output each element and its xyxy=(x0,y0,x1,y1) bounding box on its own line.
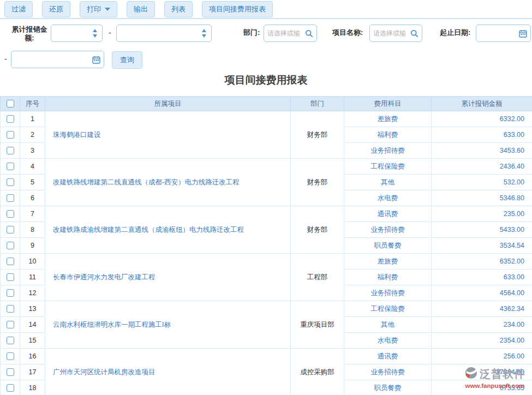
row-checkbox-cell xyxy=(1,143,20,159)
amount-cell: 235.00 xyxy=(432,206,532,222)
row-checkbox[interactable] xyxy=(7,178,14,186)
row-seq: 15 xyxy=(20,333,45,349)
department-search-input[interactable]: 请选择或输 xyxy=(264,25,317,42)
list-button[interactable]: 列表 xyxy=(164,1,193,17)
chevron-down-icon xyxy=(105,8,110,11)
filter-button[interactable]: 过滤 xyxy=(4,1,33,17)
row-seq: 12 xyxy=(20,285,45,301)
amount-range-label: 累计报销金额: xyxy=(9,25,50,43)
expense-category-link[interactable]: 差旅费 xyxy=(344,111,432,127)
select-all-checkbox[interactable] xyxy=(7,100,14,107)
calendar-icon[interactable] xyxy=(519,29,527,38)
date-range-separator: - xyxy=(4,55,7,63)
row-checkbox[interactable] xyxy=(7,242,14,249)
spinner-up-icon[interactable] xyxy=(202,29,206,32)
expense-category-link[interactable]: 工程保险费 xyxy=(344,301,432,317)
row-checkbox[interactable] xyxy=(7,305,14,313)
amount-cell: 3453.60 xyxy=(432,143,532,159)
expense-category-link[interactable]: 其他 xyxy=(344,317,432,333)
amount-from-input[interactable] xyxy=(51,25,103,42)
project-link[interactable]: 云南水利枢纽潜明水库一期工程施工I标 xyxy=(45,301,291,349)
date-from-input[interactable] xyxy=(476,25,531,42)
spinner-down-icon[interactable] xyxy=(202,34,206,38)
project-link[interactable]: 改建铁路线增建第二线直通线（成都-西安）电力线路迁改工程 xyxy=(45,159,291,206)
department-cell: 工程部 xyxy=(291,254,344,301)
department-label: 部门: xyxy=(243,28,260,37)
table-row: 13云南水利枢纽潜明水库一期工程施工I标重庆项目部工程保险费4362.34 xyxy=(1,301,532,317)
row-checkbox[interactable] xyxy=(7,226,14,234)
spinner-up-icon[interactable] xyxy=(93,29,97,32)
row-checkbox[interactable] xyxy=(7,384,14,392)
row-checkbox-cell xyxy=(1,127,20,143)
expense-category-link[interactable]: 通讯费 xyxy=(344,349,432,364)
expense-category-link[interactable]: 业务招待费 xyxy=(344,285,432,301)
amount-from-stepper[interactable] xyxy=(91,29,99,38)
row-checkbox[interactable] xyxy=(7,131,14,139)
row-checkbox[interactable] xyxy=(7,273,14,281)
export-button[interactable]: 输出 xyxy=(127,1,155,17)
row-checkbox[interactable] xyxy=(7,194,14,202)
list-button-label: 列表 xyxy=(171,4,186,14)
query-button[interactable]: 查询 xyxy=(112,51,142,69)
amount-to-input[interactable] xyxy=(116,25,212,42)
row-checkbox[interactable] xyxy=(7,321,14,328)
header-select-all-cell xyxy=(1,97,20,111)
print-button[interactable]: 打印 xyxy=(80,1,117,17)
project-link[interactable]: 改建铁路成渝线增建第二直通线（成渝枢纽）电力线路迁改工程 xyxy=(45,206,291,254)
department-cell: 财务部 xyxy=(291,206,344,254)
expense-category-link[interactable]: 工程保险费 xyxy=(344,159,432,175)
toolbar: 过滤 还原 打印 输出 列表 项目间接费用报表 xyxy=(0,0,532,19)
row-checkbox-cell xyxy=(1,238,20,254)
query-button-label: 查询 xyxy=(120,56,134,64)
calendar-icon[interactable] xyxy=(92,56,100,64)
row-checkbox-cell xyxy=(1,159,20,175)
search-icon[interactable] xyxy=(410,29,419,38)
amount-cell: 633.00 xyxy=(432,270,532,285)
row-checkbox[interactable] xyxy=(7,289,14,297)
expense-category-link[interactable]: 通讯费 xyxy=(344,206,432,222)
spinner-down-icon[interactable] xyxy=(93,34,97,38)
expense-category-link[interactable]: 职员餐费 xyxy=(344,238,432,254)
header-department: 部门 xyxy=(291,97,344,111)
amount-to-stepper[interactable] xyxy=(200,29,208,38)
expense-category-link[interactable]: 差旅费 xyxy=(344,254,432,270)
date-to-input[interactable] xyxy=(11,51,104,68)
report-page: 过滤 还原 打印 输出 列表 项目间接费用报表 累计报销金额: - 部门: 请选… xyxy=(0,0,532,395)
table-row: 1珠海鹤港口建设财务部差旅费6332.00 xyxy=(1,111,532,127)
row-checkbox[interactable] xyxy=(7,115,14,123)
expense-category-link[interactable]: 职员餐费 xyxy=(344,380,432,395)
amount-cell: 3534.54 xyxy=(432,238,532,254)
expense-category-link[interactable]: 水电费 xyxy=(344,190,432,206)
department-placeholder: 请选择或输 xyxy=(267,29,305,38)
project-name-label: 项目名称: xyxy=(332,28,363,37)
row-checkbox[interactable] xyxy=(7,337,14,344)
restore-button[interactable]: 还原 xyxy=(42,1,70,17)
row-checkbox[interactable] xyxy=(7,210,14,218)
row-checkbox[interactable] xyxy=(7,368,14,376)
expense-category-link[interactable]: 业务招待费 xyxy=(344,222,432,238)
report-tab-button[interactable]: 项目间接费用报表 xyxy=(202,1,273,17)
row-seq: 13 xyxy=(20,301,45,317)
project-link[interactable]: 长春市伊通河水力发电厂改建工程 xyxy=(45,254,291,301)
amount-cell: 234.00 xyxy=(432,317,532,333)
row-checkbox-cell xyxy=(1,222,20,238)
expense-category-link[interactable]: 水电费 xyxy=(344,333,432,349)
row-checkbox[interactable] xyxy=(7,163,14,170)
expense-category-link[interactable]: 其他 xyxy=(344,175,432,190)
watermark-brand: 泛普软件 xyxy=(480,367,525,381)
search-icon[interactable] xyxy=(305,29,313,38)
project-link[interactable]: 珠海鹤港口建设 xyxy=(45,111,291,159)
row-checkbox[interactable] xyxy=(7,352,14,360)
expense-category-link[interactable]: 福利费 xyxy=(344,127,432,143)
watermark-url: www.fanpusoft.com xyxy=(458,382,531,389)
row-checkbox-cell xyxy=(1,206,20,222)
project-link[interactable]: 广州市天河区统计局机房改造项目 xyxy=(45,349,291,395)
expense-category-link[interactable]: 业务招待费 xyxy=(344,143,432,159)
header-amount: 累计报销金额 xyxy=(432,97,532,111)
project-search-input[interactable]: 请选择或输 xyxy=(369,25,422,42)
row-checkbox[interactable] xyxy=(7,258,14,265)
row-checkbox-cell xyxy=(1,349,20,364)
row-checkbox[interactable] xyxy=(7,147,14,154)
expense-category-link[interactable]: 业务招待费 xyxy=(344,364,432,380)
expense-category-link[interactable]: 福利费 xyxy=(344,270,432,285)
